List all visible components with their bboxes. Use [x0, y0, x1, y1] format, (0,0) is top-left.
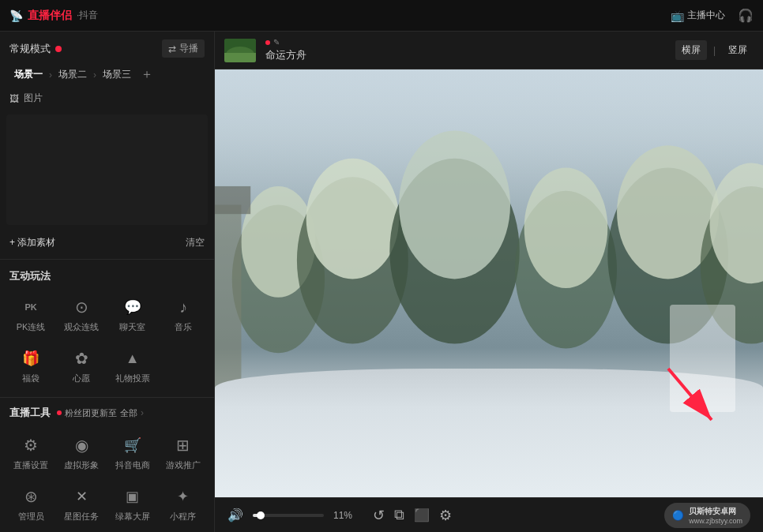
mode-label: 常规模式: [9, 42, 62, 56]
watermark-name: 贝斯特安卓网: [689, 506, 742, 517]
volume-pct-label: 11%: [333, 510, 357, 521]
audience-btn[interactable]: ⊙ 观众连线: [57, 290, 106, 339]
scene-tabs: 场景一 › 场景二 › 场景三 ＋: [0, 62, 214, 87]
svg-point-8: [399, 131, 510, 279]
image-row: 🖼 图片: [0, 87, 214, 110]
app-title: 直播伴侣: [28, 9, 72, 23]
volume-icon: 🔊: [227, 508, 243, 523]
red-arrow: [660, 361, 724, 434]
virtual-avatar-icon: ◉: [70, 434, 92, 456]
guide-btn[interactable]: ⇄ 导播: [162, 39, 205, 58]
scene-canvas: [6, 114, 208, 225]
video-info: ✎ 命运方舟: [265, 38, 306, 62]
gift-bag-icon: 🎁: [20, 347, 42, 369]
scene-add-btn[interactable]: ＋: [141, 66, 153, 83]
pk-btn[interactable]: PK PK连线: [6, 290, 55, 339]
content-area: ✎ 命运方舟 横屏 | 竖屏: [215, 32, 763, 532]
tools-grid: ⚙ 直播设置 ◉ 虚拟形象 🛒 抖音电商 ⊞ 游戏推广 ⊛ 管理员: [0, 425, 214, 532]
mode-row: 常规模式 ⇄ 导播: [0, 32, 214, 62]
admin-btn[interactable]: ⊛ 管理员: [6, 479, 55, 529]
landscape-btn[interactable]: 横屏: [675, 40, 707, 60]
portrait-btn[interactable]: 竖屏: [722, 40, 754, 60]
svg-point-10: [524, 168, 608, 289]
chat-btn[interactable]: 💬 聊天室: [108, 290, 157, 339]
main-layout: 常规模式 ⇄ 导播 场景一 › 场景二 › 场景三 ＋ 🖼 图片: [0, 32, 763, 532]
divider-2: [0, 397, 214, 398]
gear-icon[interactable]: ⚙: [439, 507, 452, 524]
broadcast-center-btn[interactable]: 📺 主播中心: [671, 9, 725, 22]
svg-rect-15: [215, 205, 241, 391]
scene-tab-1[interactable]: 场景一: [9, 66, 47, 84]
ecommerce-icon: 🛒: [122, 434, 144, 456]
admin-icon: ⊛: [20, 485, 42, 508]
clear-btn[interactable]: 清空: [186, 236, 205, 249]
broadcast-icon: 📺: [671, 9, 684, 22]
volume-slider[interactable]: [253, 514, 324, 517]
wish-btn[interactable]: ✿ 心愿: [57, 341, 106, 391]
scene-tab-2[interactable]: 场景二: [54, 66, 92, 84]
interactive-grid: PK PK连线 ⊙ 观众连线 💬 聊天室 ♪ 音乐 🎁 福袋: [0, 287, 214, 394]
chat-icon: 💬: [122, 296, 144, 318]
svg-rect-16: [215, 186, 250, 214]
fans-dot: [57, 410, 62, 415]
watermark-btn[interactable]: 🔵 贝斯特安卓网 www.zjbstyy.com: [664, 503, 750, 528]
pk-icon: PK: [20, 296, 42, 318]
green-screen-btn[interactable]: ▣ 绿幕大屏: [108, 479, 157, 529]
star-task-btn[interactable]: ✕ 星图任务: [57, 479, 106, 529]
virtual-avatar-btn[interactable]: ◉ 虚拟形象: [57, 428, 106, 478]
svg-line-18: [668, 369, 712, 420]
game-promo-btn[interactable]: ⊞ 游戏推广: [159, 428, 208, 478]
star-task-icon: ✕: [70, 485, 92, 508]
tools-header-label: 直播工具: [9, 406, 51, 420]
mode-dot: [55, 46, 62, 52]
watermark-url: www.zjbstyy.com: [689, 517, 742, 525]
game-promo-icon: ⊞: [172, 434, 194, 456]
mini-program-icon: ✦: [172, 485, 194, 508]
chevron-right-icon: ›: [141, 407, 144, 418]
add-material-btn[interactable]: + 添加素材: [9, 236, 55, 249]
live-dot: [265, 40, 270, 45]
edit-icon: ✎: [273, 38, 280, 47]
music-btn[interactable]: ♪ 音乐: [159, 290, 208, 339]
headset-btn[interactable]: 🎧: [738, 8, 754, 23]
music-icon: ♪: [172, 296, 194, 318]
sidebar: 常规模式 ⇄ 导播 场景一 › 场景二 › 场景三 ＋ 🖼 图片: [0, 32, 215, 532]
gift-bag-btn[interactable]: 🎁 福袋: [6, 341, 55, 391]
video-preview: [215, 69, 763, 497]
rotate-icon[interactable]: ↺: [373, 507, 385, 524]
app-logo: 📡: [9, 9, 23, 22]
snow-background: [215, 69, 763, 497]
live-settings-icon: ⚙: [20, 434, 42, 456]
fans-all-btn[interactable]: 全部: [120, 407, 137, 419]
interactive-header: 互动玩法: [0, 263, 214, 287]
fans-update: 粉丝团更新至 全部 ›: [57, 407, 144, 419]
volume-thumb[interactable]: [257, 511, 265, 519]
wish-icon: ✿: [70, 347, 92, 369]
image-icon: 🖼: [9, 93, 19, 104]
app-subtitle: ·抖音: [77, 9, 98, 22]
video-thumbnail: [224, 39, 256, 62]
pip-icon[interactable]: ⧉: [394, 507, 404, 523]
top-bar-right: 📺 主播中心 🎧: [671, 8, 754, 23]
scene-tab-3[interactable]: 场景三: [98, 66, 136, 84]
record-icon[interactable]: ⬛: [414, 508, 430, 523]
reward-vote-icon: ▲: [122, 347, 144, 369]
watermark-icon: 🔵: [672, 510, 684, 521]
svg-point-6: [306, 159, 399, 279]
reward-vote-btn[interactable]: ▲ 礼物投票: [108, 341, 157, 391]
svg-rect-2: [224, 53, 256, 62]
tools-header-row: 直播工具 粉丝团更新至 全部 ›: [0, 401, 214, 425]
guide-icon: ⇄: [168, 43, 176, 54]
headset-icon: 🎧: [738, 8, 754, 23]
video-title: 命运方舟: [265, 48, 306, 62]
ecommerce-btn[interactable]: 🛒 抖音电商: [108, 428, 157, 478]
content-top-bar: ✎ 命运方舟 横屏 | 竖屏: [215, 32, 763, 69]
orientation-btns: 横屏 | 竖屏: [675, 40, 754, 60]
top-bar-left: 📡 直播伴侣 ·抖音: [9, 9, 671, 23]
green-screen-icon: ▣: [122, 485, 144, 508]
top-bar: 📡 直播伴侣 ·抖音 📺 主播中心 🎧: [0, 0, 763, 32]
mini-program-btn[interactable]: ✦ 小程序: [159, 479, 208, 529]
bottom-controls: 🔊 11% ↺ ⧉ ⬛ ⚙ 🔵 贝斯特安卓网 www.zjbstyy.com: [215, 497, 763, 532]
live-settings-btn[interactable]: ⚙ 直播设置: [6, 428, 55, 478]
audience-icon: ⊙: [70, 296, 92, 318]
